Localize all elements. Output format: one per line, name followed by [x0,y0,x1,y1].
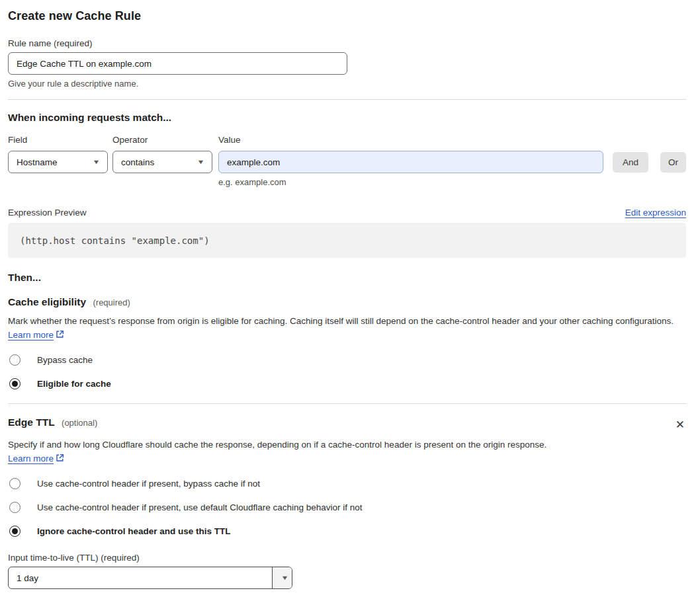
chevron-down-icon: ▼ [281,575,288,581]
cache-eligibility-description: Mark whether the request’s response from… [8,314,686,342]
match-column-labels: Field Operator Value [8,135,686,145]
ttl-input-label: Input time-to-live (TTL) (required) [8,553,686,563]
cache-eligibility-header: Cache eligibility (required) [8,296,686,308]
edge-ttl-header: Edge TTL (optional) ✕ [8,417,686,432]
and-button[interactable]: And [613,152,648,173]
chevron-down-icon: ▼ [93,159,101,165]
rule-name-help: Give your rule a descriptive name. [8,79,686,89]
field-select[interactable]: Hostname ▼ [8,151,108,173]
radio-option-use-header-bypass[interactable]: Use cache-control header if present, byp… [8,478,686,489]
edge-ttl-description: Specify if and how long Cloudflare shoul… [8,438,569,466]
rule-name-input[interactable] [8,52,347,75]
radio-label: Ignore cache-control header and use this… [37,526,231,536]
cache-eligibility-qualifier: (required) [93,298,130,307]
value-help-text: e.g. example.com [218,177,686,187]
or-button[interactable]: Or [660,152,686,173]
close-icon[interactable]: ✕ [674,418,686,432]
external-link-icon [56,452,64,466]
edge-ttl-title: Edge TTL [8,417,55,428]
divider [8,403,686,404]
radio-label: Bypass cache [37,355,93,365]
edge-ttl-description-text: Specify if and how long Cloudflare shoul… [8,440,547,450]
ttl-select[interactable]: 1 day ▼ [8,567,292,589]
value-label: Value [218,135,241,145]
radio-selected-icon[interactable] [9,378,21,389]
expression-preview-code: (http.host contains "example.com") [8,223,686,258]
radio-option-use-header-default[interactable]: Use cache-control header if present, use… [8,502,686,513]
radio-label: Eligible for cache [37,379,111,389]
learn-more-link[interactable]: Learn more [8,454,54,463]
operator-select[interactable]: contains ▼ [112,151,212,173]
create-cache-rule-form: Create new Cache Rule Rule name (require… [0,0,700,589]
radio-unselected-icon[interactable] [9,502,21,513]
operator-label: Operator [112,135,218,145]
field-label: Field [8,135,112,145]
external-link-icon [56,329,64,342]
radio-selected-icon[interactable] [9,526,21,537]
match-heading: When incoming requests match... [8,112,686,124]
edit-expression-link[interactable]: Edit expression [625,208,686,218]
divider [8,99,686,100]
operator-select-value: contains [121,157,154,167]
cache-eligibility-title: Cache eligibility [8,296,86,307]
radio-option-bypass-cache[interactable]: Bypass cache [8,354,686,366]
radio-label: Use cache-control header if present, byp… [37,479,260,489]
then-heading: Then... [8,272,686,284]
radio-unselected-icon[interactable] [9,478,21,489]
radio-option-ignore-header-ttl[interactable]: Ignore cache-control header and use this… [8,526,686,537]
cache-eligibility-description-text: Mark whether the request’s response from… [8,316,674,326]
rule-name-label: Rule name (required) [8,38,686,48]
expression-text: (http.host contains "example.com") [20,235,210,246]
value-input[interactable] [218,151,603,173]
radio-label: Use cache-control header if present, use… [37,502,363,512]
chevron-down-icon: ▼ [197,159,205,165]
field-select-value: Hostname [17,157,58,167]
page-title: Create new Cache Rule [8,9,686,23]
expression-preview-label: Expression Preview [8,208,87,218]
expression-preview-row: Expression Preview Edit expression [8,208,686,218]
ttl-select-caret-button[interactable]: ▼ [272,567,292,588]
ttl-select-value: 1 day [9,567,272,588]
edge-ttl-qualifier: (optional) [62,418,97,428]
learn-more-link[interactable]: Learn more [8,330,54,340]
radio-option-eligible-for-cache[interactable]: Eligible for cache [8,378,686,389]
radio-unselected-icon[interactable] [9,354,21,366]
match-row: Hostname ▼ contains ▼ And Or [8,151,686,173]
